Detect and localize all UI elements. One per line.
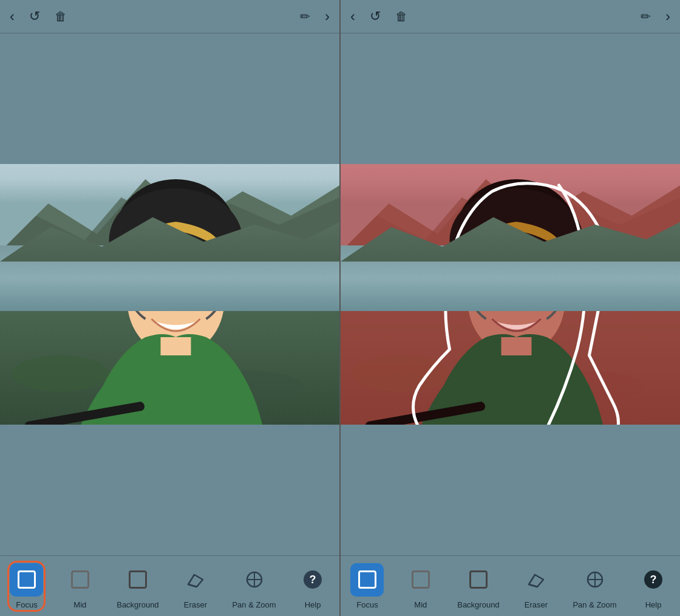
left-scene bbox=[0, 164, 339, 425]
svg-rect-3 bbox=[0, 252, 339, 313]
svg-line-31 bbox=[529, 584, 537, 587]
right-toolbar-left: ‹ ↺ 🗑 bbox=[350, 8, 407, 25]
main-container: ‹ ↺ 🗑 ✏ › bbox=[0, 0, 680, 616]
right-tool-mid[interactable]: Mid bbox=[404, 563, 437, 609]
left-tool-eraser[interactable]: Eraser bbox=[179, 563, 212, 609]
left-panel: ‹ ↺ 🗑 ✏ › bbox=[0, 0, 341, 616]
right-eraser-label: Eraser bbox=[525, 600, 548, 609]
right-trash-button[interactable]: 🗑 bbox=[395, 10, 407, 24]
left-trash-button[interactable]: 🗑 bbox=[55, 10, 67, 24]
right-photo-svg bbox=[341, 164, 680, 425]
right-pan-label: Pan & Zoom bbox=[573, 600, 616, 609]
right-bottom-toolbar: Focus Mid Background bbox=[341, 555, 680, 616]
right-toolbar-right: ✏ › bbox=[641, 8, 670, 25]
left-bg-icon-wrapper[interactable] bbox=[121, 563, 154, 597]
right-focus-icon-wrapper[interactable] bbox=[350, 563, 384, 597]
right-tool-eraser[interactable]: Eraser bbox=[520, 563, 553, 609]
left-eraser-icon-wrapper[interactable] bbox=[179, 563, 212, 597]
left-tool-pan-zoom[interactable]: Pan & Zoom bbox=[232, 563, 276, 609]
right-tool-focus[interactable]: Focus bbox=[350, 563, 384, 609]
right-mid-label: Mid bbox=[414, 600, 427, 609]
right-bg-icon-wrapper[interactable] bbox=[461, 563, 495, 597]
right-tool-background[interactable]: Background bbox=[457, 563, 499, 609]
right-toolbar: ‹ ↺ 🗑 ✏ › bbox=[341, 0, 680, 33]
svg-rect-10 bbox=[161, 337, 191, 355]
left-next-button[interactable]: › bbox=[325, 8, 330, 25]
left-photo-area bbox=[0, 164, 339, 425]
right-help-icon: ? bbox=[644, 570, 662, 589]
right-help-icon-wrapper[interactable]: ? bbox=[637, 563, 670, 597]
mid-icon bbox=[71, 570, 89, 589]
left-eraser-label: Eraser bbox=[184, 600, 207, 609]
right-background-icon bbox=[469, 570, 488, 589]
right-photo-wrapper bbox=[341, 164, 680, 425]
left-tool-mid[interactable]: Mid bbox=[63, 563, 97, 609]
left-pan-label: Pan & Zoom bbox=[232, 600, 276, 609]
right-help-label: Help bbox=[645, 600, 662, 609]
right-pencil-button[interactable]: ✏ bbox=[641, 9, 651, 24]
svg-point-5 bbox=[12, 355, 109, 392]
left-help-label: Help bbox=[305, 600, 321, 609]
right-pan-zoom-icon bbox=[585, 570, 605, 589]
eraser-icon bbox=[186, 570, 205, 589]
svg-point-26 bbox=[450, 188, 583, 292]
left-bottom-toolbar: Focus Mid Background bbox=[0, 555, 339, 616]
right-tool-pan-zoom[interactable]: Pan & Zoom bbox=[573, 563, 616, 609]
left-tool-help[interactable]: ? Help bbox=[296, 563, 330, 609]
left-background-label: Background bbox=[117, 600, 158, 609]
left-tool-background[interactable]: Background bbox=[117, 563, 158, 609]
left-photo bbox=[0, 164, 339, 425]
left-prev-button[interactable]: ‹ bbox=[10, 8, 15, 25]
right-focus-icon bbox=[358, 570, 376, 589]
right-panel: ‹ ↺ 🗑 ✏ › bbox=[341, 0, 680, 616]
left-photo-wrapper bbox=[0, 164, 339, 425]
left-toolbar-right: ✏ › bbox=[300, 8, 330, 25]
right-prev-button[interactable]: ‹ bbox=[350, 8, 355, 25]
right-mid-icon bbox=[412, 570, 430, 589]
svg-point-8 bbox=[109, 188, 243, 292]
left-gray-top bbox=[0, 33, 339, 164]
pan-zoom-icon bbox=[245, 570, 264, 589]
right-focus-label: Focus bbox=[356, 600, 378, 609]
right-gray-bottom bbox=[341, 425, 680, 555]
right-background-label: Background bbox=[457, 600, 499, 609]
left-tool-focus[interactable]: Focus bbox=[10, 563, 43, 609]
left-gray-bottom bbox=[0, 425, 339, 555]
left-photo-svg bbox=[0, 164, 339, 425]
right-pan-icon-wrapper[interactable] bbox=[578, 563, 611, 597]
left-focus-icon-wrapper[interactable] bbox=[10, 563, 43, 597]
help-icon: ? bbox=[304, 570, 322, 589]
focus-orange-ring bbox=[7, 561, 46, 612]
right-photo-area bbox=[341, 164, 680, 425]
svg-line-13 bbox=[188, 584, 197, 587]
right-undo-button[interactable]: ↺ bbox=[370, 9, 381, 24]
right-gray-top bbox=[341, 33, 680, 164]
left-mid-label: Mid bbox=[73, 600, 86, 609]
right-tool-help[interactable]: ? Help bbox=[637, 563, 670, 609]
left-pencil-button[interactable]: ✏ bbox=[300, 9, 310, 24]
left-pan-icon-wrapper[interactable] bbox=[237, 563, 271, 597]
right-photo bbox=[341, 164, 680, 425]
background-icon bbox=[129, 570, 147, 589]
left-mid-icon-wrapper[interactable] bbox=[63, 563, 97, 597]
right-eraser-icon-wrapper[interactable] bbox=[520, 563, 553, 597]
left-undo-button[interactable]: ↺ bbox=[29, 9, 40, 24]
left-toolbar: ‹ ↺ 🗑 ✏ › bbox=[0, 0, 339, 33]
left-help-icon-wrapper[interactable]: ? bbox=[296, 563, 330, 597]
svg-rect-20 bbox=[341, 252, 680, 313]
right-eraser-icon bbox=[526, 570, 546, 589]
svg-rect-28 bbox=[501, 337, 532, 355]
right-scene bbox=[341, 164, 680, 425]
left-toolbar-left: ‹ ↺ 🗑 bbox=[10, 8, 67, 25]
right-next-button[interactable]: › bbox=[665, 8, 670, 25]
right-mid-icon-wrapper[interactable] bbox=[404, 563, 437, 597]
